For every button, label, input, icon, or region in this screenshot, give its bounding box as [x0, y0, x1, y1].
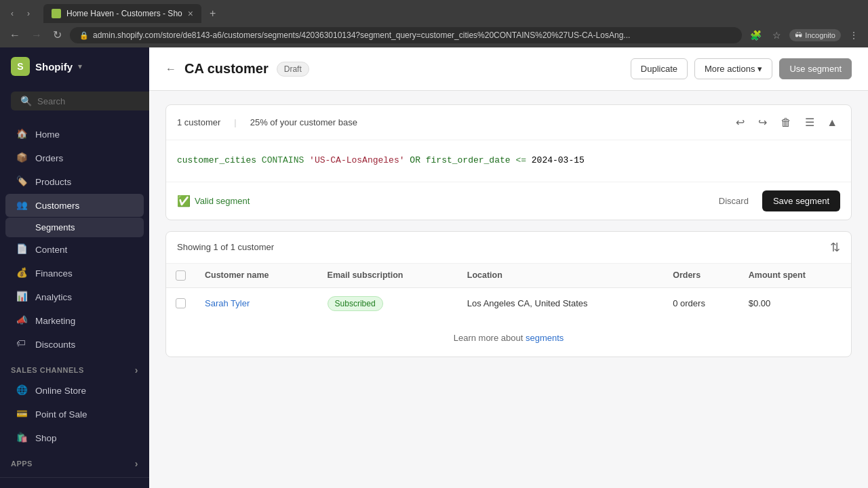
extensions-btn[interactable]: 🧩 — [747, 27, 764, 43]
valid-label: Valid segment — [195, 196, 250, 206]
editor-actions: ↩ ↪ 🗑 ☰ ▲ — [732, 113, 840, 131]
url-text: admin.shopify.com/store/de8143-a6/custom… — [93, 30, 732, 40]
sidebar-item-products[interactable]: 🏷️ Products — [5, 170, 144, 193]
col-amount-header: Amount spent — [739, 264, 851, 288]
shopify-logo[interactable]: S Shopify ▾ — [11, 57, 82, 76]
sidebar-item-orders[interactable]: 📦 Orders — [5, 146, 144, 169]
sidebar-item-shop[interactable]: 🛍️ Shop — [5, 426, 144, 449]
showing-text: Showing 1 of 1 customer — [177, 242, 274, 252]
search-icon: 🔍 — [20, 96, 32, 106]
content-icon: 📄 — [16, 243, 28, 256]
sidebar-item-segments[interactable]: Segments — [5, 218, 144, 237]
save-segment-button[interactable]: Save segment — [762, 190, 840, 211]
valid-indicator: ✅ Valid segment — [177, 195, 250, 207]
browser-back-btn[interactable]: ← — [7, 27, 23, 43]
table-header: Showing 1 of 1 customer ⇅ — [166, 232, 851, 264]
search-bar[interactable]: 🔍 Ctrl K — [11, 92, 149, 110]
tab-title: Home Haven - Customers - Sho — [66, 9, 182, 18]
sidebar-item-discounts[interactable]: 🏷 Discounts — [5, 333, 144, 356]
browser-menu-btn[interactable]: ⋮ — [846, 27, 861, 43]
filter-button[interactable]: ☰ — [801, 113, 818, 131]
use-segment-button[interactable]: Use segment — [779, 58, 852, 79]
sales-channels-expand-icon[interactable]: › — [135, 365, 138, 375]
email-status-cell: Subscribed — [318, 287, 458, 319]
apps-expand-icon[interactable]: › — [135, 458, 138, 469]
sidebar-nav: 🏠 Home 📦 Orders 🏷️ Products 👥 Customers … — [0, 117, 149, 477]
sidebar-item-point-of-sale[interactable]: 💳 Point of Sale — [5, 403, 144, 426]
main-content: ← CA customer Draft Duplicate More actio… — [149, 47, 868, 488]
sidebar-item-content[interactable]: 📄 Content — [5, 238, 144, 261]
code-logic: OR — [410, 155, 420, 165]
browser-forward-btn[interactable]: → — [28, 27, 45, 43]
browser-refresh-btn[interactable]: ↻ — [50, 27, 64, 43]
code-op2: <= — [515, 155, 526, 165]
sidebar-header: S Shopify ▾ — [0, 47, 149, 85]
search-input[interactable] — [37, 96, 149, 106]
customers-icon: 👥 — [16, 199, 28, 211]
sidebar-item-label: Customers — [35, 201, 79, 211]
active-browser-tab[interactable]: Home Haven - Customers - Sho × — [43, 4, 201, 23]
apps-section: Apps › — [0, 450, 149, 472]
delete-button[interactable]: 🗑 — [776, 113, 795, 131]
location-cell: Los Angeles CA, United States — [458, 287, 663, 319]
tab-favicon — [52, 9, 61, 18]
next-tab-btn[interactable]: › — [22, 7, 35, 20]
col-name-header: Customer name — [195, 264, 318, 288]
subscribed-badge: Subscribed — [328, 296, 383, 311]
chevron-down-icon: ▾ — [757, 64, 762, 74]
sidebar-item-label: Marketing — [35, 316, 75, 326]
shopify-logo-letter: S — [17, 61, 23, 72]
learn-more-section: Learn more about segments — [166, 319, 851, 357]
sidebar-item-label: Products — [35, 177, 71, 187]
sales-channels-section: Sales channels › — [0, 357, 149, 378]
back-button[interactable]: ← — [165, 63, 176, 75]
page-header: ← CA customer Draft Duplicate More actio… — [149, 47, 868, 91]
point-of-sale-icon: 💳 — [16, 408, 28, 420]
select-all-checkbox[interactable] — [176, 270, 186, 281]
select-all-header — [166, 264, 195, 288]
query-stats: 1 customer | 25% of your customer base — [177, 117, 357, 127]
shop-icon: 🛍️ — [16, 432, 28, 444]
duplicate-button[interactable]: Duplicate — [631, 58, 688, 79]
more-actions-button[interactable]: More actions ▾ — [694, 58, 772, 79]
collapse-button[interactable]: ▲ — [824, 113, 840, 131]
address-bar[interactable]: 🔒 admin.shopify.com/store/de8143-a6/cust… — [70, 27, 742, 43]
sidebar-item-label: Content — [35, 245, 67, 255]
sidebar-item-home[interactable]: 🏠 Home — [5, 123, 144, 146]
code-field2: first_order_date — [426, 155, 511, 165]
prev-tab-btn[interactable]: ‹ — [5, 7, 19, 20]
header-actions: Duplicate More actions ▾ Use segment — [631, 58, 852, 79]
customer-table-section: Showing 1 of 1 customer ⇅ Customer name … — [165, 231, 852, 357]
products-icon: 🏷️ — [16, 176, 28, 188]
tab-close-btn[interactable]: × — [188, 8, 193, 19]
query-footer: ✅ Valid segment Discard Save segment — [166, 182, 851, 220]
bookmark-btn[interactable]: ☆ — [770, 27, 784, 43]
sidebar: S Shopify ▾ 🔍 Ctrl K 🔔 1 Home Haven H — [0, 47, 149, 488]
sidebar-chevron-icon: ▾ — [78, 62, 82, 71]
query-code-block[interactable]: customer_cities CONTAINS 'US-CA-LosAngel… — [166, 140, 851, 182]
redo-button[interactable]: ↪ — [754, 113, 771, 131]
incognito-icon: 🕶 — [795, 31, 802, 39]
amount-cell: $0.00 — [739, 287, 851, 319]
segments-link[interactable]: segments — [526, 333, 564, 343]
row-checkbox[interactable] — [176, 298, 186, 308]
undo-button[interactable]: ↩ — [732, 113, 749, 131]
query-editor-top: 1 customer | 25% of your customer base ↩… — [166, 105, 851, 140]
sort-button[interactable]: ⇅ — [830, 240, 840, 255]
sidebar-footer: ⚙️ Settings — [0, 477, 149, 488]
code-val2: 2024-03-15 — [532, 155, 585, 165]
sidebar-item-analytics[interactable]: 📊 Analytics — [5, 285, 144, 308]
new-tab-button[interactable]: + — [204, 5, 221, 22]
sidebar-item-marketing[interactable]: 📣 Marketing — [5, 309, 144, 332]
sidebar-item-online-store[interactable]: 🌐 Online Store — [5, 379, 144, 402]
code-val1: 'US-CA-LosAngeles' — [309, 155, 404, 165]
sidebar-item-customers[interactable]: 👥 Customers — [5, 194, 144, 217]
sidebar-item-label: Finances — [35, 268, 73, 279]
sidebar-item-label: Home — [35, 129, 60, 140]
customer-table: Customer name Email subscription Locatio… — [166, 264, 851, 319]
page-title: CA customer — [184, 61, 269, 77]
sidebar-item-finances[interactable]: 💰 Finances — [5, 262, 144, 285]
col-email-header: Email subscription — [318, 264, 458, 288]
customer-name-link[interactable]: Sarah Tyler — [205, 298, 250, 308]
discard-button[interactable]: Discard — [712, 191, 755, 211]
